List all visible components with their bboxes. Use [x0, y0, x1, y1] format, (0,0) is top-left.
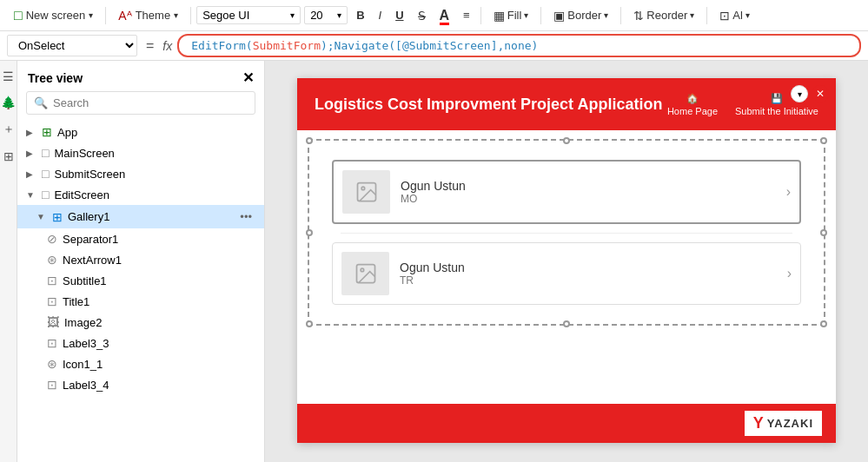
gallery-more-button[interactable]: ••• [236, 208, 255, 225]
tree-item-label3-4[interactable]: ⊡ Label3_4 [17, 374, 264, 395]
divider-2 [190, 7, 191, 24]
expand-arrow-editscreen: ▼ [26, 190, 36, 200]
expand-arrow-gallery: ▼ [36, 212, 47, 221]
italic-button[interactable]: I [374, 5, 388, 25]
tree-item-editscreen[interactable]: ▼ □ EditScreen [17, 184, 264, 205]
nav-submit-label: Submit the Initiative [735, 106, 818, 116]
size-chevron: ▾ [337, 10, 341, 20]
card-arrow-0: › [786, 184, 791, 200]
property-selector[interactable]: OnSelect [7, 35, 137, 56]
tree-view-panel: Tree view ✕ 🔍 ▶ ⊞ App ▶ □ MainScreen ▶ [17, 61, 265, 462]
align-layout-icon: ⊡ [719, 9, 730, 23]
font-color-button[interactable]: A [434, 4, 455, 27]
tree-item-image2[interactable]: 🖼 Image2 [17, 312, 264, 333]
card-name-1: Ogun Ustun [400, 261, 777, 274]
tree-item-separator1[interactable]: ⊘ Separator1 [17, 228, 264, 249]
tree-item-subtitle1[interactable]: ⊡ Subtitle1 [17, 270, 264, 291]
tree-label-icon1-1: Icon1_1 [63, 358, 103, 371]
gallery-container: Ogun Ustun MO › [315, 146, 818, 319]
layers-icon[interactable]: ⊞ [3, 149, 14, 163]
yazaki-logo: Y YAZAKI [745, 411, 822, 436]
new-screen-button[interactable]: □ New screen ▾ [7, 4, 100, 27]
theme-button[interactable]: Aᴬ Theme ▾ [111, 5, 185, 26]
align-layout-label: Al [732, 9, 743, 22]
tree-icon[interactable]: 🌲 [1, 96, 16, 109]
gallery-card-0[interactable]: Ogun Ustun MO › [332, 160, 801, 224]
label-icon-3-4: ⊡ [47, 378, 57, 392]
formula-text: EditForm(SubmitForm);Navigate([@SubmitSc… [191, 39, 538, 52]
svg-point-3 [361, 268, 364, 272]
handle-mr[interactable] [820, 229, 827, 236]
tree-item-mainscreen[interactable]: ▶ □ MainScreen [17, 142, 264, 163]
align-layout-chevron: ▾ [745, 10, 750, 20]
icon1-icon: ⊛ [47, 357, 57, 371]
border-label: Border [567, 9, 601, 22]
nav-home[interactable]: 🏠 Home Page [667, 93, 718, 116]
tree-item-gallery1[interactable]: ▼ ⊞ Gallery1 ••• [17, 205, 264, 228]
separator-icon: ⊘ [47, 232, 57, 246]
handle-bl[interactable] [306, 320, 313, 327]
fill-icon: ▦ [494, 9, 505, 23]
tree-title: Tree view [28, 71, 83, 85]
underline-button[interactable]: U [390, 5, 408, 25]
app-title: Logistics Cost Improvment Project Applic… [315, 96, 662, 114]
title-icon: ⊡ [47, 294, 57, 308]
new-screen-chevron: ▾ [89, 10, 93, 20]
handle-tl[interactable] [306, 137, 313, 144]
plus-icon[interactable]: ＋ [3, 122, 15, 137]
bold-button[interactable]: B [351, 5, 369, 25]
reorder-label: Reorder [646, 9, 687, 22]
align-layout-button[interactable]: ⊡ Al ▾ [712, 5, 757, 26]
reorder-icon: ⇅ [633, 9, 644, 23]
search-input[interactable] [53, 96, 248, 109]
handle-tc[interactable] [563, 137, 570, 144]
strikethrough-icon: S̶ [418, 9, 426, 23]
fill-chevron: ▾ [524, 10, 528, 20]
tree-search-box[interactable]: 🔍 [26, 91, 255, 115]
tree-items: ▶ ⊞ App ▶ □ MainScreen ▶ □ SubmitScreen … [17, 122, 264, 462]
tree-label-label3-4: Label3_4 [63, 379, 109, 392]
new-screen-icon: □ [14, 8, 23, 23]
font-size-selector[interactable]: 20 ▾ [304, 6, 348, 24]
card-sub-1: TR [400, 274, 777, 287]
border-button[interactable]: ▣ Border ▾ [547, 5, 615, 26]
tree-label-title1: Title1 [63, 295, 89, 308]
fx-label: fx [162, 39, 172, 53]
close-preview-button[interactable]: ✕ [812, 85, 829, 102]
font-selector[interactable]: Segoe UI ▾ [196, 6, 301, 24]
border-icon: ▣ [553, 9, 565, 23]
menu-icon[interactable]: ☰ [3, 69, 14, 83]
fill-button[interactable]: ▦ Fill ▾ [487, 5, 536, 26]
tree-item-submitscreen[interactable]: ▶ □ SubmitScreen [17, 163, 264, 184]
main-area: ☰ 🌲 ＋ ⊞ Tree view ✕ 🔍 ▶ ⊞ App ▶ □ MainSc… [0, 61, 868, 462]
tree-item-title1[interactable]: ⊡ Title1 [17, 291, 264, 312]
tree-label-label3-3: Label3_3 [63, 337, 109, 350]
reorder-button[interactable]: ⇅ Reorder ▾ [626, 5, 701, 26]
yazaki-y-icon: Y [753, 414, 764, 432]
screen-icon-edit: □ [42, 188, 49, 201]
handle-ml[interactable] [306, 229, 313, 236]
nextarrow-icon: ⊛ [47, 253, 57, 267]
formula-input[interactable]: EditForm(SubmitForm);Navigate([@SubmitSc… [177, 34, 861, 57]
handle-bc[interactable] [563, 320, 570, 327]
handle-br[interactable] [820, 320, 827, 327]
tree-item-app[interactable]: ▶ ⊞ App [17, 122, 264, 142]
tree-label-mainscreen: MainScreen [54, 147, 114, 160]
handle-tr[interactable] [820, 137, 827, 144]
card-divider [341, 233, 792, 234]
tree-label-image2: Image2 [64, 316, 102, 329]
tree-item-nextarrow1[interactable]: ⊛ NextArrow1 [17, 249, 264, 270]
tree-item-icon1-1[interactable]: ⊛ Icon1_1 [17, 353, 264, 374]
tree-item-label3-3[interactable]: ⊡ Label3_3 [17, 333, 264, 353]
expand-preview-button[interactable]: ▾ [791, 85, 808, 102]
align-button[interactable]: ≡ [458, 5, 475, 25]
strikethrough-button[interactable]: S̶ [413, 5, 431, 26]
gallery-card-1[interactable]: Ogun Ustun TR › [332, 242, 801, 305]
divider-1 [105, 7, 106, 24]
tree-header: Tree view ✕ [17, 61, 264, 91]
app-gallery: Ogun Ustun MO › [315, 146, 818, 319]
nav-home-label: Home Page [667, 106, 718, 116]
card-sub-0: MO [401, 193, 776, 205]
close-icon[interactable]: ✕ [242, 69, 254, 86]
image-icon: 🖼 [47, 315, 59, 329]
